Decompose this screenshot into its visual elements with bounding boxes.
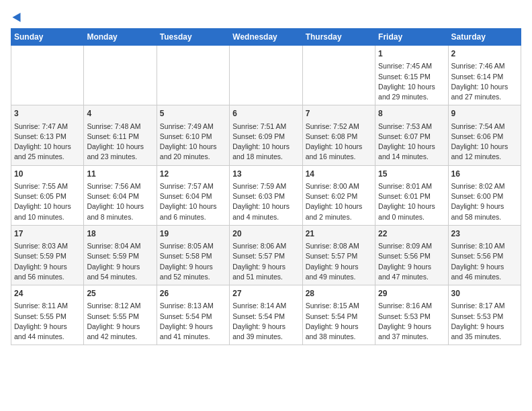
cell-content-line: and 0 minutes.: [378, 212, 445, 222]
weekday-header: Sunday: [11, 29, 84, 46]
cell-content-line: Sunset: 6:04 PM: [87, 191, 153, 201]
cell-content-line: Sunrise: 7:45 AM: [378, 61, 445, 71]
day-number: 1: [378, 48, 445, 60]
cell-content-line: Sunrise: 7:51 AM: [232, 122, 299, 132]
cell-content-line: and 2 minutes.: [306, 212, 372, 222]
cell-content-line: and 23 minutes.: [87, 152, 153, 162]
calendar-cell: 13Sunrise: 7:59 AMSunset: 6:03 PMDayligh…: [230, 165, 302, 225]
day-number: 15: [378, 169, 445, 180]
cell-content-line: Daylight: 9 hours: [87, 262, 153, 272]
cell-content-line: and 41 minutes.: [160, 332, 226, 342]
cell-content-line: and 16 minutes.: [306, 152, 372, 162]
day-number: 25: [87, 288, 153, 300]
calendar-cell: 25Sunrise: 8:12 AMSunset: 5:55 PMDayligh…: [84, 285, 157, 345]
cell-content-line: and 35 minutes.: [451, 332, 518, 342]
calendar-cell: 3Sunrise: 7:47 AMSunset: 6:13 PMDaylight…: [11, 105, 84, 165]
cell-content-line: Sunset: 5:54 PM: [160, 312, 226, 322]
cell-content-line: Sunrise: 7:49 AM: [160, 122, 226, 132]
cell-content-line: Sunrise: 8:12 AM: [87, 301, 153, 311]
cell-content-line: Sunset: 6:00 PM: [451, 191, 518, 201]
calendar-week-row: 17Sunrise: 8:03 AMSunset: 5:59 PMDayligh…: [11, 225, 521, 285]
weekday-header: Wednesday: [230, 29, 302, 46]
calendar-cell: 5Sunrise: 7:49 AMSunset: 6:10 PMDaylight…: [157, 105, 229, 165]
cell-content-line: and 25 minutes.: [14, 152, 81, 162]
cell-content-line: Sunrise: 8:17 AM: [451, 301, 518, 311]
calendar-cell: 10Sunrise: 7:55 AMSunset: 6:05 PMDayligh…: [11, 165, 84, 225]
cell-content-line: Sunrise: 7:54 AM: [451, 122, 518, 132]
cell-content-line: Sunrise: 8:08 AM: [306, 241, 372, 251]
cell-content-line: Sunrise: 7:52 AM: [306, 122, 372, 132]
cell-content-line: Daylight: 9 hours: [378, 262, 445, 272]
day-number: 28: [306, 288, 372, 300]
cell-content-line: Sunset: 5:57 PM: [232, 251, 299, 261]
cell-content-line: Sunset: 6:05 PM: [14, 191, 81, 201]
cell-content-line: Sunrise: 8:14 AM: [232, 301, 299, 311]
cell-content-line: Daylight: 9 hours: [451, 262, 518, 272]
cell-content-line: and 4 minutes.: [232, 212, 299, 222]
calendar-cell: 24Sunrise: 8:11 AMSunset: 5:55 PMDayligh…: [11, 285, 84, 345]
cell-content-line: Daylight: 10 hours: [378, 82, 445, 92]
day-number: 20: [232, 228, 299, 240]
calendar-cell: 7Sunrise: 7:52 AMSunset: 6:08 PMDaylight…: [302, 105, 375, 165]
cell-content-line: Daylight: 9 hours: [160, 262, 226, 272]
cell-content-line: Sunset: 5:59 PM: [87, 251, 153, 261]
cell-content-line: Daylight: 10 hours: [306, 142, 372, 152]
cell-content-line: and 37 minutes.: [378, 332, 445, 342]
cell-content-line: and 27 minutes.: [451, 92, 518, 102]
cell-content-line: Daylight: 10 hours: [160, 142, 226, 152]
calendar-cell: 16Sunrise: 8:02 AMSunset: 6:00 PMDayligh…: [448, 165, 521, 225]
cell-content-line: Sunset: 6:13 PM: [14, 132, 81, 142]
cell-content-line: Sunrise: 8:03 AM: [14, 241, 81, 251]
cell-content-line: Sunrise: 7:46 AM: [451, 61, 518, 71]
cell-content-line: Sunset: 6:07 PM: [378, 132, 445, 142]
day-number: 5: [160, 108, 226, 120]
day-number: 26: [160, 288, 226, 300]
day-number: 7: [306, 108, 372, 120]
weekday-header: Thursday: [302, 29, 375, 46]
cell-content-line: Sunrise: 8:15 AM: [306, 301, 372, 311]
header-row: SundayMondayTuesdayWednesdayThursdayFrid…: [11, 29, 521, 46]
day-number: 11: [87, 169, 153, 180]
cell-content-line: Daylight: 10 hours: [14, 201, 81, 212]
cell-content-line: Daylight: 9 hours: [378, 322, 445, 332]
day-number: 17: [14, 228, 81, 240]
cell-content-line: Daylight: 10 hours: [14, 142, 81, 152]
cell-content-line: Daylight: 9 hours: [451, 322, 518, 332]
cell-content-line: Daylight: 9 hours: [14, 322, 81, 332]
calendar-cell: [157, 46, 229, 105]
cell-content-line: Daylight: 9 hours: [87, 322, 153, 332]
day-number: 29: [378, 288, 445, 300]
cell-content-line: Sunset: 6:11 PM: [87, 132, 153, 142]
calendar-cell: 19Sunrise: 8:05 AMSunset: 5:58 PMDayligh…: [157, 225, 229, 285]
cell-content-line: Sunset: 6:03 PM: [232, 191, 299, 201]
cell-content-line: Sunset: 6:10 PM: [160, 132, 226, 142]
calendar-cell: 14Sunrise: 8:00 AMSunset: 6:02 PMDayligh…: [302, 165, 375, 225]
calendar-cell: 9Sunrise: 7:54 AMSunset: 6:06 PMDaylight…: [448, 105, 521, 165]
cell-content-line: Sunset: 6:09 PM: [232, 132, 299, 142]
calendar-table: SundayMondayTuesdayWednesdayThursdayFrid…: [11, 28, 521, 345]
cell-content-line: Daylight: 9 hours: [232, 322, 299, 332]
cell-content-line: Daylight: 10 hours: [232, 201, 299, 212]
cell-content-line: Sunrise: 8:00 AM: [306, 181, 372, 191]
calendar-cell: 22Sunrise: 8:09 AMSunset: 5:56 PMDayligh…: [375, 225, 448, 285]
cell-content-line: Sunrise: 8:11 AM: [14, 301, 81, 311]
cell-content-line: and 12 minutes.: [451, 152, 518, 162]
cell-content-line: Daylight: 10 hours: [306, 201, 372, 212]
cell-content-line: Sunset: 6:06 PM: [451, 132, 518, 142]
calendar-cell: 15Sunrise: 8:01 AMSunset: 6:01 PMDayligh…: [375, 165, 448, 225]
day-number: 2: [451, 48, 518, 60]
cell-content-line: and 54 minutes.: [87, 272, 153, 282]
cell-content-line: Daylight: 10 hours: [232, 142, 299, 152]
cell-content-line: Sunrise: 7:47 AM: [14, 122, 81, 132]
day-number: 19: [160, 228, 226, 240]
day-number: 13: [232, 169, 299, 180]
cell-content-line: and 49 minutes.: [306, 272, 372, 282]
day-number: 18: [87, 228, 153, 240]
cell-content-line: Daylight: 9 hours: [160, 322, 226, 332]
cell-content-line: Sunrise: 8:10 AM: [451, 241, 518, 251]
cell-content-line: and 58 minutes.: [451, 212, 518, 222]
cell-content-line: Sunset: 6:04 PM: [160, 191, 226, 201]
day-number: 14: [306, 169, 372, 180]
day-number: 16: [451, 169, 518, 180]
cell-content-line: Daylight: 9 hours: [306, 262, 372, 272]
